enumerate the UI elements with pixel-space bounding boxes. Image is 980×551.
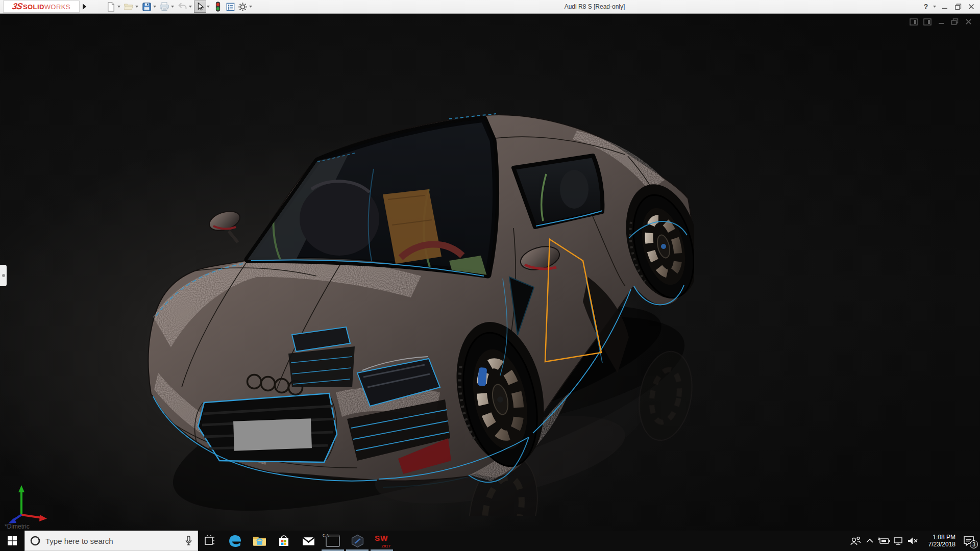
display-pane-left-icon[interactable]	[909, 18, 918, 26]
print-dropdown-caret-icon[interactable]	[171, 6, 174, 8]
hexagon-app-icon	[351, 534, 364, 548]
document-window-controls	[909, 18, 973, 26]
title-bar: 3S SOLID WORKS	[0, 0, 980, 13]
display-pane-right-icon[interactable]	[923, 18, 932, 26]
mail-icon	[302, 534, 315, 548]
tray-overflow-button[interactable]	[863, 531, 877, 551]
graphics-viewport[interactable]: *Dimetric	[0, 13, 980, 531]
people-icon	[850, 536, 861, 546]
clock-time: 1:08 PM	[920, 534, 955, 541]
rebuild-button[interactable]	[212, 1, 224, 13]
help-button[interactable]: ?	[919, 0, 933, 13]
volume-muted-icon	[907, 536, 918, 545]
close-button[interactable]	[965, 0, 978, 13]
cortana-icon	[30, 536, 40, 546]
solidworks-logo[interactable]: 3S SOLID WORKS	[3, 1, 80, 13]
open-dropdown-caret-icon[interactable]	[135, 6, 138, 8]
undo-button[interactable]	[176, 1, 188, 13]
taskbar-app-hexagon[interactable]	[345, 531, 370, 551]
select-dropdown-caret-icon[interactable]	[207, 6, 210, 8]
battery-plugged-icon	[878, 537, 890, 545]
open-icon	[124, 2, 134, 12]
edge-icon	[228, 534, 242, 548]
minimize-button[interactable]	[938, 0, 951, 13]
solidworks-logo-light: WORKS	[44, 3, 70, 11]
command-prompt-label: C:\_	[323, 534, 331, 538]
clock[interactable]: 1:08 PM 7/23/2018	[920, 534, 958, 548]
document-minimize-icon[interactable]	[937, 18, 945, 26]
select-button[interactable]	[194, 1, 206, 13]
window-controls: ?	[919, 0, 978, 13]
solidworks-logo-bold: SOLID	[23, 3, 44, 11]
store-icon	[277, 534, 290, 547]
options-dropdown-caret-icon[interactable]	[249, 6, 252, 8]
print-button[interactable]	[158, 1, 170, 13]
taskbar: Type here to search	[0, 531, 980, 551]
windshield[interactable]	[248, 119, 496, 284]
people-button[interactable]	[848, 531, 863, 551]
featuremanager-flyout-tab[interactable]	[0, 265, 7, 286]
save-dropdown-caret-icon[interactable]	[153, 6, 156, 8]
model-audi-r8[interactable]	[143, 108, 694, 516]
license-plate-blank	[233, 418, 312, 450]
flyout-tab-dot-icon	[2, 274, 5, 277]
task-view-icon	[205, 535, 216, 546]
undo-dropdown-caret-icon[interactable]	[189, 6, 192, 8]
network-icon	[893, 537, 903, 545]
taskbar-app-store[interactable]	[272, 531, 296, 551]
file-explorer-icon	[253, 534, 266, 548]
view-orientation-label: *Dimetric	[5, 523, 30, 530]
action-center-button[interactable]: 3	[958, 531, 980, 551]
open-button[interactable]	[122, 1, 135, 13]
sw-year: 2017	[381, 544, 390, 548]
file-properties-button[interactable]	[224, 1, 236, 13]
system-tray: 1:08 PM 7/23/2018 3	[848, 531, 980, 551]
microphone-icon[interactable]	[185, 536, 192, 546]
notification-badge: 3	[970, 540, 978, 548]
new-document-icon	[106, 2, 116, 12]
chevron-up-icon	[866, 538, 874, 544]
document-close-icon[interactable]	[964, 18, 973, 26]
battery-button[interactable]	[877, 531, 891, 551]
file-properties-icon	[226, 2, 235, 12]
task-view-button[interactable]	[198, 531, 223, 551]
taskbar-app-edge[interactable]	[223, 531, 247, 551]
reference-triad	[4, 482, 53, 526]
help-icon: ?	[924, 3, 928, 11]
minimize-icon	[942, 4, 948, 10]
network-button[interactable]	[891, 531, 905, 551]
clock-date: 7/23/2018	[920, 541, 955, 548]
new-dropdown-caret-icon[interactable]	[117, 6, 120, 8]
windows-logo-icon	[8, 536, 17, 545]
search-placeholder: Type here to search	[45, 537, 180, 545]
undo-icon	[177, 2, 187, 12]
quick-toolbar	[105, 0, 254, 13]
save-button[interactable]	[140, 1, 153, 13]
front-grille[interactable]	[198, 393, 337, 462]
solidworks-2017-icon: SW 2017	[374, 534, 389, 548]
start-button[interactable]	[0, 531, 24, 551]
restore-icon	[955, 4, 962, 10]
taskbar-app-file-explorer[interactable]	[247, 531, 272, 551]
document-restore-icon[interactable]	[950, 18, 959, 26]
close-icon	[968, 4, 974, 10]
menu-expand-arrow-icon[interactable]	[83, 4, 86, 10]
search-input[interactable]: Type here to search	[24, 531, 198, 551]
window-title: Audi R8 S [Read-only]	[565, 3, 625, 10]
save-icon	[142, 2, 152, 12]
options-gear-icon	[238, 2, 248, 12]
new-document-button[interactable]	[105, 1, 117, 13]
taskbar-app-command-prompt[interactable]: C:\_	[321, 531, 345, 551]
sw-letters: SW	[375, 534, 388, 542]
rebuild-traffic-light-icon	[214, 2, 222, 12]
options-button[interactable]	[236, 1, 249, 13]
taskbar-app-solidworks[interactable]: SW 2017	[370, 531, 394, 551]
volume-button[interactable]	[905, 531, 920, 551]
solidworks-logo-mark: 3S	[11, 2, 23, 12]
brake-caliper	[478, 367, 487, 386]
select-cursor-icon	[195, 2, 205, 11]
taskbar-app-mail[interactable]	[296, 531, 321, 551]
restore-button[interactable]	[951, 0, 965, 13]
help-dropdown-caret-icon[interactable]	[933, 6, 936, 8]
print-icon	[159, 2, 169, 12]
